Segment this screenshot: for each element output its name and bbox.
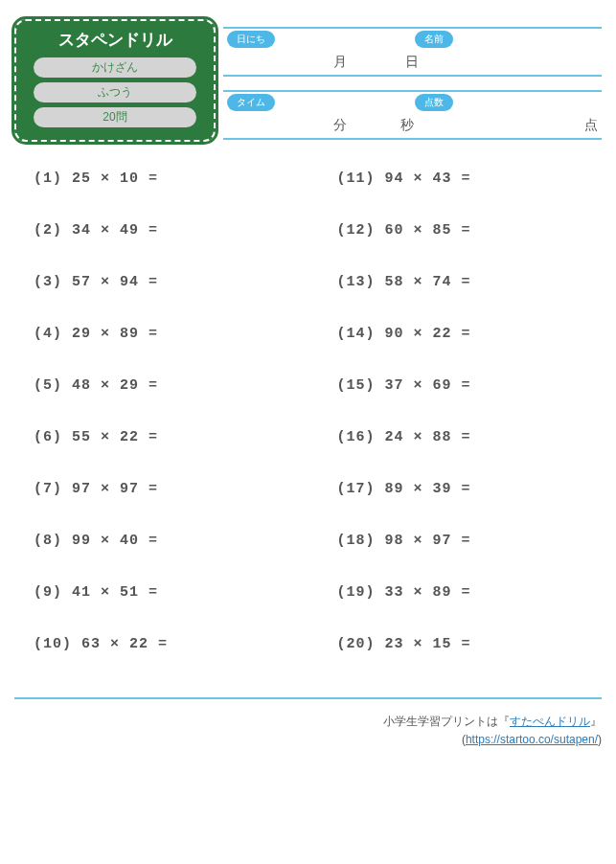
footer-link-name[interactable]: すたぺんドリル [510,715,590,728]
count-pill: 20問 [34,107,196,127]
info-section: 日にち 名前 月 日 タイム 点数 分 秒 点 [223,19,602,140]
problem-item: (8) 99 × 40 = [34,533,280,549]
left-column: (1) 25 × 10 = (2) 34 × 49 = (3) 57 × 94 … [34,171,280,688]
problem-item: (14) 90 × 22 = [337,326,583,342]
time-badge: タイム [227,94,275,111]
problem-item: (16) 24 × 88 = [337,429,583,445]
second-label: 秒 [400,117,414,134]
problem-item: (4) 29 × 89 = [34,326,280,342]
score-badge: 点数 [415,94,453,111]
problem-item: (17) 89 × 39 = [337,481,583,497]
minute-label: 分 [333,117,347,134]
right-column: (11) 94 × 43 = (12) 60 × 85 = (13) 58 × … [337,171,583,688]
problem-item: (13) 58 × 74 = [337,274,583,290]
problem-item: (2) 34 × 49 = [34,222,280,239]
footer-link-url[interactable]: https://startoo.co/sutapen/ [466,733,598,746]
point-label: 点 [584,117,598,134]
difficulty-pill: ふつう [34,82,196,102]
problem-item: (3) 57 × 94 = [34,274,280,290]
bottom-divider [14,697,602,699]
footer-text: 小学生学習プリントは『 [383,715,510,728]
problem-item: (1) 25 × 10 = [34,171,280,187]
category-pill: かけざん [34,57,196,78]
header-row: スタペンドリル かけざん ふつう 20問 日にち 名前 月 日 タイム 点数 分… [14,19,602,142]
drill-title: スタペンドリル [58,29,172,51]
problem-item: (11) 94 × 43 = [337,171,583,187]
date-badge: 日にち [227,31,275,48]
problem-item: (5) 48 × 29 = [34,377,280,394]
problems-grid: (1) 25 × 10 = (2) 34 × 49 = (3) 57 × 94 … [14,171,602,688]
time-score-row: タイム 点数 分 秒 点 [223,90,602,140]
footer-text: ) [598,733,602,746]
footer-text: 』 [590,715,602,728]
problem-item: (6) 55 × 22 = [34,429,280,445]
footer: 小学生学習プリントは『すたぺんドリル』 (https://startoo.co/… [14,713,602,749]
problem-item: (10) 63 × 22 = [34,636,280,652]
date-name-row: 日にち 名前 月 日 [223,27,602,77]
title-box: スタペンドリル かけざん ふつう 20問 [14,19,216,142]
problem-item: (9) 41 × 51 = [34,584,280,601]
problem-item: (12) 60 × 85 = [337,222,583,239]
month-label: 月 [333,54,347,71]
problem-item: (20) 23 × 15 = [337,636,583,652]
problem-item: (7) 97 × 97 = [34,481,280,497]
problem-item: (19) 33 × 89 = [337,584,583,601]
problem-item: (15) 37 × 69 = [337,377,583,394]
day-label: 日 [405,54,419,71]
problem-item: (18) 98 × 97 = [337,533,583,549]
name-badge: 名前 [415,31,453,48]
